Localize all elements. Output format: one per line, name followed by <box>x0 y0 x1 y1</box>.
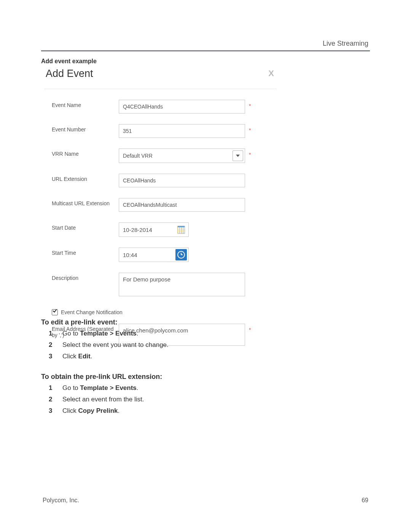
figure-caption: Add event example <box>41 58 97 65</box>
required-marker: * <box>249 100 253 109</box>
start-time-input[interactable]: 10:44 <box>119 248 189 262</box>
chevron-down-icon[interactable] <box>233 150 243 161</box>
event-number-label: Event Number <box>44 124 119 133</box>
edit-prelink-heading: To edit a pre-link event: <box>41 318 370 326</box>
footer-page-number: 69 <box>362 497 368 504</box>
multicast-url-extension-input[interactable] <box>119 198 245 212</box>
footer-company: Polycom, Inc. <box>43 497 79 504</box>
dialog-title: Add Event <box>46 68 93 80</box>
header-divider <box>41 50 370 51</box>
description-input[interactable] <box>119 273 245 296</box>
event-name-label: Event Name <box>44 100 119 108</box>
event-number-input[interactable] <box>119 124 245 138</box>
event-name-input[interactable] <box>119 100 245 113</box>
required-marker: * <box>249 124 253 133</box>
url-extension-label: URL Extension <box>44 174 119 182</box>
start-date-label: Start Date <box>44 222 119 231</box>
required-marker: * <box>249 149 253 158</box>
close-icon[interactable]: X <box>268 69 274 78</box>
section-heading: Live Streaming <box>323 40 368 48</box>
vrr-name-value: Default VRR <box>119 153 233 159</box>
obtain-prelink-heading: To obtain the pre-link URL extension: <box>41 373 370 381</box>
start-date-value: 10-28-2014 <box>119 227 175 233</box>
calendar-icon[interactable] <box>175 224 187 235</box>
vrr-name-label: VRR Name <box>44 149 119 157</box>
start-time-label: Start Time <box>44 248 119 256</box>
clock-icon[interactable] <box>175 249 187 260</box>
description-label: Description <box>44 273 119 281</box>
add-event-dialog: Add Event X Event Name * Event Number * … <box>44 68 276 347</box>
edit-prelink-steps: 1Go to Template > Events. 2Select the ev… <box>41 329 370 361</box>
obtain-prelink-steps: 1Go to Template > Events. 2Select an eve… <box>41 384 370 415</box>
vrr-name-select[interactable]: Default VRR <box>119 149 245 163</box>
multicast-url-extension-label: Multicast URL Extension <box>44 198 119 206</box>
start-time-value: 10:44 <box>119 252 175 258</box>
start-date-input[interactable]: 10-28-2014 <box>119 222 189 237</box>
url-extension-input[interactable] <box>119 174 245 187</box>
